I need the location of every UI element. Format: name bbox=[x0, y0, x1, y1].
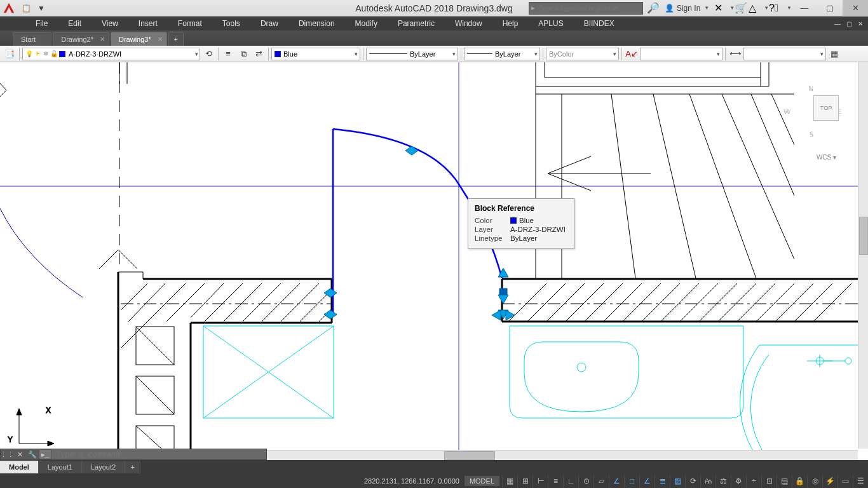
workspace-toggle[interactable]: ⚙ bbox=[731, 475, 746, 487]
paste-icon[interactable]: 📋 bbox=[20, 3, 32, 14]
menu-modify[interactable]: Modify bbox=[345, 19, 388, 28]
polar-toggle[interactable]: ⊙ bbox=[578, 475, 593, 487]
annotation-monitor-toggle[interactable]: + bbox=[746, 475, 761, 487]
isolate-toggle[interactable]: ◎ bbox=[807, 475, 822, 487]
maximize-button[interactable]: ▢ bbox=[817, 0, 843, 17]
transparency-toggle[interactable]: ▨ bbox=[670, 475, 685, 487]
grid-toggle[interactable]: ▦ bbox=[502, 475, 517, 487]
menu-parametric[interactable]: Parametric bbox=[388, 19, 445, 28]
close-icon[interactable]: ✕ bbox=[158, 36, 163, 43]
menu-format[interactable]: Format bbox=[168, 19, 212, 28]
autocad-logo-icon[interactable] bbox=[0, 0, 18, 17]
doc-restore-button[interactable]: ▢ bbox=[844, 19, 854, 28]
otrack-toggle[interactable]: ∠ bbox=[639, 475, 654, 487]
textstyle-icon[interactable]: A↙ bbox=[625, 47, 639, 61]
vertical-scrollbar[interactable] bbox=[858, 62, 868, 449]
cmd-close-icon[interactable]: ✕ bbox=[13, 449, 26, 459]
menu-tools[interactable]: Tools bbox=[212, 19, 250, 28]
command-line[interactable]: ⋮⋮ ✕ 🔧 ▸_ bbox=[0, 449, 267, 460]
scrollbar-thumb[interactable] bbox=[859, 217, 868, 255]
signin-button[interactable]: 👤 Sign In ▼ bbox=[660, 4, 714, 13]
tab-drawing3[interactable]: Drawing3*✕ bbox=[111, 32, 167, 46]
units-toggle[interactable]: ⊡ bbox=[761, 475, 776, 487]
layout-tab-layout1[interactable]: Layout1 bbox=[39, 461, 82, 473]
cart-icon[interactable]: 🛒 bbox=[735, 2, 749, 14]
layers-panel-icon[interactable]: 📑 bbox=[3, 47, 17, 61]
tab-start[interactable]: Start bbox=[13, 32, 51, 46]
plotstyle-dropdown[interactable]: ByColor ▾ bbox=[546, 48, 619, 60]
lineweight-dropdown[interactable]: ByLayer ▾ bbox=[464, 48, 540, 60]
horizontal-scrollbar[interactable] bbox=[267, 450, 858, 460]
color-dropdown[interactable]: Blue ▾ bbox=[271, 48, 360, 60]
dimstyle-dropdown[interactable]: ▾ bbox=[743, 48, 826, 60]
menu-dimension[interactable]: Dimension bbox=[288, 19, 345, 28]
view-cube[interactable]: ℕ 𝔼 𝕊 𝕎 TOP WCS ▾ bbox=[785, 83, 843, 172]
help-icon[interactable]: ?⃝ bbox=[769, 3, 785, 14]
menu-insert[interactable]: Insert bbox=[128, 19, 168, 28]
linetype-dropdown[interactable]: ByLayer ▾ bbox=[366, 48, 458, 60]
lineweight-toggle[interactable]: ≣ bbox=[654, 475, 670, 487]
add-layout-button[interactable]: + bbox=[125, 461, 140, 473]
menu-edit[interactable]: Edit bbox=[58, 19, 92, 28]
layout-tab-model[interactable]: Model bbox=[0, 461, 39, 473]
chevron-down-icon[interactable]: ▼ bbox=[764, 5, 769, 11]
close-icon[interactable]: ✕ bbox=[100, 36, 105, 43]
color-swatch bbox=[275, 51, 281, 57]
layer-match-icon[interactable]: ⇄ bbox=[252, 47, 266, 61]
customize-toggle[interactable]: ☰ bbox=[853, 475, 868, 487]
menu-window[interactable]: Window bbox=[445, 19, 492, 28]
menu-biindex[interactable]: BIINDEX bbox=[574, 19, 625, 28]
menu-aplus[interactable]: APLUS bbox=[528, 19, 573, 28]
qat-dropdown-icon[interactable]: ▼ bbox=[36, 3, 47, 14]
isodraft-toggle[interactable]: ▱ bbox=[593, 475, 609, 487]
layout-tab-layout2[interactable]: Layout2 bbox=[82, 461, 125, 473]
new-tab-button[interactable]: + bbox=[168, 32, 184, 46]
doc-minimize-button[interactable]: — bbox=[832, 19, 843, 28]
selection-cycling-toggle[interactable]: ⟳ bbox=[685, 475, 700, 487]
layer-dropdown[interactable]: 💡 ☀ ❄ 🔓 A-DRZ-3-DRZWI ▾ bbox=[22, 48, 200, 60]
menu-help[interactable]: Help bbox=[492, 19, 529, 28]
wcs-label[interactable]: WCS ▾ bbox=[817, 154, 836, 161]
ortho-toggle[interactable]: ∟ bbox=[563, 475, 578, 487]
search-input[interactable] bbox=[535, 4, 642, 12]
annotation-toggle[interactable]: 🗛 bbox=[700, 475, 715, 487]
osnap-toggle[interactable]: ∠ bbox=[609, 475, 624, 487]
dimension-icon[interactable]: ⟷ bbox=[728, 47, 742, 61]
drawing-canvas[interactable]: X Y bbox=[0, 62, 868, 460]
binoculars-icon[interactable]: 🔎 bbox=[647, 2, 660, 14]
layer-previous-icon[interactable]: ⟲ bbox=[201, 47, 215, 61]
chevron-down-icon[interactable]: ▼ bbox=[729, 5, 735, 11]
minimize-button[interactable]: — bbox=[792, 0, 817, 17]
layer-iso-icon[interactable]: ⧉ bbox=[236, 47, 250, 61]
annoscale-toggle[interactable]: ⚖ bbox=[715, 475, 731, 487]
table-icon[interactable]: ▦ bbox=[827, 47, 841, 61]
dynamic-input-toggle[interactable]: ≡ bbox=[548, 475, 563, 487]
scrollbar-thumb[interactable] bbox=[444, 451, 495, 460]
command-input[interactable] bbox=[51, 449, 266, 459]
layer-state-icon[interactable]: ≡ bbox=[221, 47, 235, 61]
textstyle-dropdown[interactable]: ▾ bbox=[640, 48, 722, 60]
infer-toggle[interactable]: ⊢ bbox=[532, 475, 548, 487]
chevron-down-icon: ▾ bbox=[534, 51, 538, 57]
snap-toggle[interactable]: ⊞ bbox=[517, 475, 532, 487]
tab-drawing2[interactable]: Drawing2*✕ bbox=[53, 32, 109, 46]
cube-face[interactable]: TOP bbox=[813, 95, 839, 121]
chevron-down-icon[interactable]: ▼ bbox=[787, 5, 792, 11]
cmd-handle-icon[interactable]: ⋮⋮ bbox=[1, 449, 13, 459]
cleanscreen-toggle[interactable]: ▭ bbox=[837, 475, 853, 487]
menu-draw[interactable]: Draw bbox=[250, 19, 288, 28]
hardware-accel-toggle[interactable]: ⚡ bbox=[822, 475, 837, 487]
quickprops-toggle[interactable]: ▤ bbox=[776, 475, 792, 487]
lock-ui-toggle[interactable]: 🔒 bbox=[792, 475, 807, 487]
cmd-wrench-icon[interactable]: 🔧 bbox=[26, 449, 39, 459]
menu-view[interactable]: View bbox=[92, 19, 128, 28]
close-button[interactable]: ✕ bbox=[843, 0, 868, 17]
cloud-icon[interactable]: △ bbox=[749, 2, 763, 14]
coordinates-readout: 2820.2131, 1266.1167, 0.0000 bbox=[364, 477, 459, 485]
3dosnap-toggle[interactable]: □ bbox=[624, 475, 639, 487]
model-space-toggle[interactable]: MODEL bbox=[465, 476, 499, 486]
doc-close-button[interactable]: ✕ bbox=[855, 19, 865, 28]
search-box[interactable]: ▸ bbox=[529, 2, 643, 15]
menu-file[interactable]: File bbox=[25, 19, 58, 28]
exchange-icon[interactable]: ✕ bbox=[714, 2, 728, 14]
